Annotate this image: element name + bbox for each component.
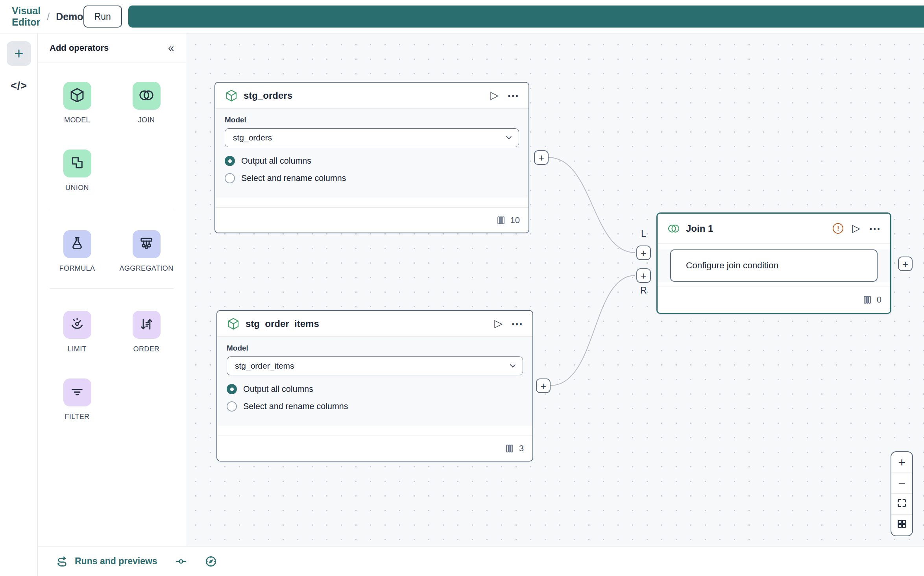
node-body: Model stg_orders Output all columns Sele…: [215, 109, 529, 198]
operator-limit[interactable]: LIMIT: [43, 311, 112, 353]
operator-label: FILTER: [65, 413, 89, 421]
add-operators-panel: Add operators « MODEL JOIN: [38, 33, 186, 546]
operator-group-transform: FORMULA AGGREGATION: [43, 230, 181, 273]
left-rail: + </>: [0, 33, 38, 576]
radio-select-rename-columns[interactable]: Select and rename columns: [225, 173, 519, 183]
flask-icon: [69, 235, 85, 253]
model-select[interactable]: stg_order_items: [227, 356, 523, 375]
model-select-value: stg_orders: [233, 133, 272, 142]
operator-group-models: MODEL JOIN UNION: [43, 82, 181, 192]
operator-filter[interactable]: FILTER: [43, 378, 112, 421]
operator-label: JOIN: [138, 116, 155, 124]
run-node-icon[interactable]: ▷: [852, 223, 860, 234]
node-menu-icon[interactable]: ⋯: [869, 223, 881, 234]
cube-icon: [69, 87, 85, 105]
warning-icon: !: [833, 223, 843, 234]
configure-join-condition-button[interactable]: Configure join condition: [670, 249, 878, 282]
run-node-icon[interactable]: ▷: [494, 318, 503, 329]
node-join-1[interactable]: Join 1 ! ▷ ⋯ Configure join condition 0: [656, 212, 891, 314]
radio-unselected-icon: [225, 173, 235, 183]
node-title: stg_orders: [244, 90, 292, 101]
fit-view-button[interactable]: [891, 494, 912, 515]
join-right-input-handle[interactable]: +: [636, 268, 651, 283]
node-menu-icon[interactable]: ⋯: [511, 318, 523, 330]
node-title: stg_order_items: [246, 318, 319, 329]
radio-unselected-icon: [227, 401, 237, 412]
model-cube-icon: [225, 89, 238, 102]
breadcrumb-app-link[interactable]: Visual Editor: [12, 5, 41, 28]
operator-label: MODEL: [64, 116, 90, 124]
compass-icon[interactable]: [205, 555, 217, 568]
run-button[interactable]: Run: [83, 6, 122, 28]
model-field-label: Model: [227, 344, 523, 353]
model-cube-icon: [227, 317, 240, 330]
auto-layout-button[interactable]: [891, 515, 912, 535]
operator-join[interactable]: JOIN: [112, 82, 181, 124]
run-node-icon[interactable]: ▷: [490, 90, 499, 101]
radio-select-rename-columns[interactable]: Select and rename columns: [227, 401, 523, 412]
aggregation-icon: [138, 235, 155, 253]
node-body: Configure join condition: [658, 249, 890, 282]
join-left-input-handle[interactable]: +: [636, 246, 651, 260]
radio-selected-icon: [227, 384, 237, 394]
chevron-down-icon: [506, 134, 512, 139]
zoom-out-button[interactable]: −: [891, 473, 912, 494]
breadcrumb-page-title: Demo: [56, 11, 83, 22]
breadcrumb-separator: /: [47, 11, 50, 22]
commit-node-icon[interactable]: [175, 555, 187, 568]
column-count: 10: [510, 215, 520, 225]
output-handle-stg-orders[interactable]: +: [534, 150, 549, 165]
add-operator-rail-button[interactable]: +: [7, 41, 31, 66]
panel-title: Add operators: [50, 43, 109, 53]
radio-label: Output all columns: [243, 384, 313, 394]
operator-group-refine: LIMIT ORDER FILTER: [43, 311, 181, 421]
operator-label: ORDER: [133, 345, 159, 353]
canvas[interactable]: stg_orders ▷ ⋯ Model stg_orders Output a…: [186, 33, 924, 546]
runs-route-icon: [56, 555, 68, 568]
model-select-value: stg_order_items: [235, 361, 294, 371]
operator-label: AGGREGATION: [119, 264, 173, 273]
runs-and-previews-label: Runs and previews: [75, 556, 157, 567]
radio-selected-icon: [225, 156, 235, 166]
node-header: Join 1 ! ▷ ⋯: [658, 214, 890, 244]
node-title: Join 1: [686, 223, 713, 234]
node-menu-icon[interactable]: ⋯: [507, 90, 519, 102]
zoom-in-button[interactable]: +: [891, 452, 912, 473]
operator-formula[interactable]: FORMULA: [43, 230, 112, 273]
node-body: Model stg_order_items Output all columns…: [217, 337, 532, 426]
join-circles-icon: [138, 87, 155, 105]
panel-header: Add operators «: [38, 33, 186, 63]
model-select[interactable]: stg_orders: [225, 128, 519, 147]
breadcrumb: Visual Editor / Demo: [12, 5, 83, 28]
operator-aggregation[interactable]: AGGREGATION: [112, 230, 181, 273]
output-handle-join[interactable]: +: [898, 257, 913, 271]
operator-union[interactable]: UNION: [43, 150, 112, 192]
node-footer: 10: [215, 207, 529, 233]
node-header: stg_order_items ▷ ⋯: [217, 311, 532, 337]
node-stg-orders[interactable]: stg_orders ▷ ⋯ Model stg_orders Output a…: [214, 82, 529, 233]
node-footer: 3: [217, 436, 532, 461]
sort-icon: [138, 316, 155, 334]
operator-order[interactable]: ORDER: [112, 311, 181, 353]
code-view-button[interactable]: </>: [0, 80, 38, 92]
editor-main: + </> Add operators « MODEL JOIN: [0, 33, 924, 576]
radio-output-all-columns[interactable]: Output all columns: [227, 384, 523, 394]
output-handle-stg-order-items[interactable]: +: [536, 378, 551, 393]
operator-label: UNION: [65, 184, 89, 192]
union-icon: [69, 155, 85, 173]
group-divider: [50, 208, 174, 208]
columns-icon: [862, 294, 873, 305]
join-circles-icon: [667, 222, 680, 235]
radio-label: Select and rename columns: [241, 174, 346, 183]
edge-stg-order-items-to-join-right: [550, 275, 635, 386]
operator-model[interactable]: MODEL: [43, 82, 112, 124]
filter-icon: [69, 384, 85, 402]
runs-and-previews-button[interactable]: Runs and previews: [56, 555, 157, 568]
radio-output-all-columns[interactable]: Output all columns: [225, 156, 519, 166]
operator-label: FORMULA: [59, 264, 95, 273]
commit-button[interactable]: Commit: [128, 6, 924, 28]
canvas-controls: + −: [891, 451, 913, 536]
collapse-panel-icon[interactable]: «: [168, 43, 174, 54]
node-stg-order-items[interactable]: stg_order_items ▷ ⋯ Model stg_order_item…: [216, 310, 533, 462]
gauge-icon: [69, 316, 85, 334]
